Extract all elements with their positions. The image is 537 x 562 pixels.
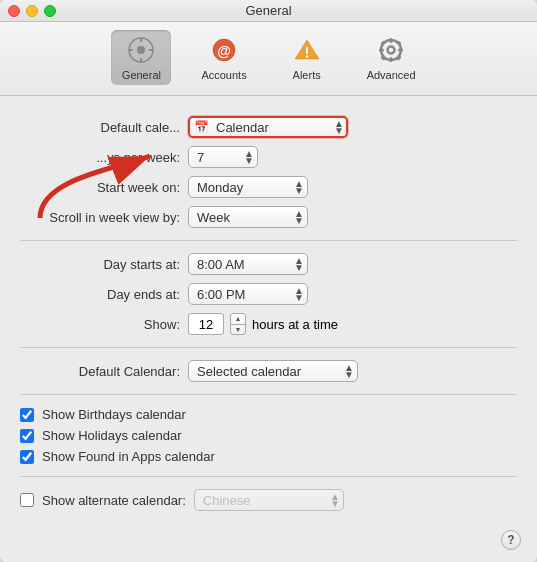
alt-calendar-label: Show alternate calendar: xyxy=(42,493,186,508)
svg-rect-15 xyxy=(379,49,384,52)
day-ends-label: Day ends at: xyxy=(20,287,180,302)
alt-calendar-select-wrapper: Chinese ▲▼ xyxy=(194,489,344,511)
svg-rect-2 xyxy=(140,38,142,42)
svg-rect-3 xyxy=(140,58,142,62)
svg-point-12 xyxy=(388,47,395,54)
alerts-icon xyxy=(291,34,323,66)
toolbar-advanced[interactable]: Advanced xyxy=(357,30,426,85)
show-hours-row: Show: ▲ ▼ hours at a time xyxy=(20,313,517,335)
day-starts-select-wrapper: 8:00 AM ▲▼ xyxy=(188,253,308,275)
default-calendar2-select[interactable]: Selected calendar xyxy=(188,360,358,382)
time-section: Day starts at: 8:00 AM ▲▼ Day ends at: 6… xyxy=(20,253,517,335)
separator-2 xyxy=(20,347,517,348)
default-calendar2-select-wrapper: Selected calendar ▲▼ xyxy=(188,360,358,382)
help-button[interactable]: ? xyxy=(501,530,521,550)
start-week-select-wrapper: Monday ▲▼ xyxy=(188,176,308,198)
holidays-row: Show Holidays calendar xyxy=(20,428,517,443)
toolbar-advanced-label: Advanced xyxy=(367,69,416,81)
days-per-week-select[interactable]: 7 xyxy=(188,146,258,168)
default-calendar-section: Default cale... Calendar 📅 ▲▼ ...ys per … xyxy=(20,116,517,228)
start-week-row: Start week on: Monday ▲▼ xyxy=(20,176,517,198)
default-calendar2-row: Default Calendar: Selected calendar ▲▼ xyxy=(20,360,517,382)
content-area: Default cale... Calendar 📅 ▲▼ ...ys per … xyxy=(0,96,537,562)
svg-rect-19 xyxy=(380,55,386,61)
start-week-select[interactable]: Monday xyxy=(188,176,308,198)
day-starts-label: Day starts at: xyxy=(20,257,180,272)
day-starts-row: Day starts at: 8:00 AM ▲▼ xyxy=(20,253,517,275)
birthdays-checkbox[interactable] xyxy=(20,408,34,422)
toolbar-general-label: General xyxy=(122,69,161,81)
minimize-button[interactable] xyxy=(26,5,38,17)
svg-rect-20 xyxy=(396,55,402,61)
show-hours-up[interactable]: ▲ xyxy=(231,314,245,325)
svg-text:@: @ xyxy=(217,43,231,59)
toolbar-general[interactable]: General xyxy=(111,30,171,85)
holidays-label[interactable]: Show Holidays calendar xyxy=(42,428,181,443)
title-bar: General xyxy=(0,0,537,22)
show-hours-spinner: ▲ ▼ xyxy=(230,313,246,335)
alt-calendar-checkbox[interactable] xyxy=(20,493,34,507)
svg-rect-5 xyxy=(149,49,153,51)
alt-calendar-row: Show alternate calendar: Chinese ▲▼ xyxy=(20,489,517,511)
svg-rect-16 xyxy=(398,49,403,52)
separator-4 xyxy=(20,476,517,477)
default-calendar2-section: Default Calendar: Selected calendar ▲▼ xyxy=(20,360,517,382)
general-icon xyxy=(125,34,157,66)
default-calendar2-label: Default Calendar: xyxy=(20,364,180,379)
show-hours-down[interactable]: ▼ xyxy=(231,325,245,335)
maximize-button[interactable] xyxy=(44,5,56,17)
svg-rect-9 xyxy=(306,47,308,54)
day-ends-row: Day ends at: 6:00 PM ▲▼ xyxy=(20,283,517,305)
scroll-week-select-wrapper: Week ▲▼ xyxy=(188,206,308,228)
show-label: Show: xyxy=(20,317,180,332)
found-in-apps-checkbox[interactable] xyxy=(20,450,34,464)
toolbar-alerts-label: Alerts xyxy=(293,69,321,81)
scroll-week-select[interactable]: Week xyxy=(188,206,308,228)
svg-point-1 xyxy=(137,46,145,54)
window-title: General xyxy=(245,3,291,18)
default-calendar-row: Default cale... Calendar 📅 ▲▼ xyxy=(20,116,517,138)
default-calendar-select[interactable]: Calendar xyxy=(188,116,348,138)
show-hours-input[interactable] xyxy=(188,313,224,335)
found-in-apps-row: Show Found in Apps calendar xyxy=(20,449,517,464)
show-spinner-group: ▲ ▼ hours at a time xyxy=(188,313,338,335)
traffic-lights xyxy=(8,5,56,17)
birthdays-row: Show Birthdays calendar xyxy=(20,407,517,422)
show-hours-suffix: hours at a time xyxy=(252,317,338,332)
days-per-week-select-wrapper: 7 ▲▼ xyxy=(188,146,258,168)
svg-point-10 xyxy=(305,55,307,57)
birthdays-label[interactable]: Show Birthdays calendar xyxy=(42,407,186,422)
separator-1 xyxy=(20,240,517,241)
days-per-week-label: ...ys per week: xyxy=(20,150,180,165)
main-window: General General @ xyxy=(0,0,537,562)
svg-rect-14 xyxy=(390,57,393,62)
checkbox-section: Show Birthdays calendar Show Holidays ca… xyxy=(20,407,517,464)
scroll-week-label: Scroll in week view by: xyxy=(20,210,180,225)
day-starts-select[interactable]: 8:00 AM xyxy=(188,253,308,275)
found-in-apps-label[interactable]: Show Found in Apps calendar xyxy=(42,449,215,464)
days-per-week-row: ...ys per week: 7 ▲▼ xyxy=(20,146,517,168)
svg-rect-13 xyxy=(390,38,393,43)
accounts-icon: @ xyxy=(208,34,240,66)
alt-calendar-select[interactable]: Chinese xyxy=(194,489,344,511)
toolbar-accounts-label: Accounts xyxy=(201,69,246,81)
holidays-checkbox[interactable] xyxy=(20,429,34,443)
svg-rect-4 xyxy=(129,49,133,51)
start-week-label: Start week on: xyxy=(20,180,180,195)
close-button[interactable] xyxy=(8,5,20,17)
toolbar-accounts[interactable]: @ Accounts xyxy=(191,30,256,85)
advanced-icon xyxy=(375,34,407,66)
day-ends-select-wrapper: 6:00 PM ▲▼ xyxy=(188,283,308,305)
toolbar-alerts[interactable]: Alerts xyxy=(277,30,337,85)
scroll-week-row: Scroll in week view by: Week ▲▼ xyxy=(20,206,517,228)
separator-3 xyxy=(20,394,517,395)
default-calendar-label: Default cale... xyxy=(20,120,180,135)
day-ends-select[interactable]: 6:00 PM xyxy=(188,283,308,305)
toolbar: General @ Accounts Alerts xyxy=(0,22,537,96)
default-calendar-select-wrapper: Calendar 📅 ▲▼ xyxy=(188,116,348,138)
